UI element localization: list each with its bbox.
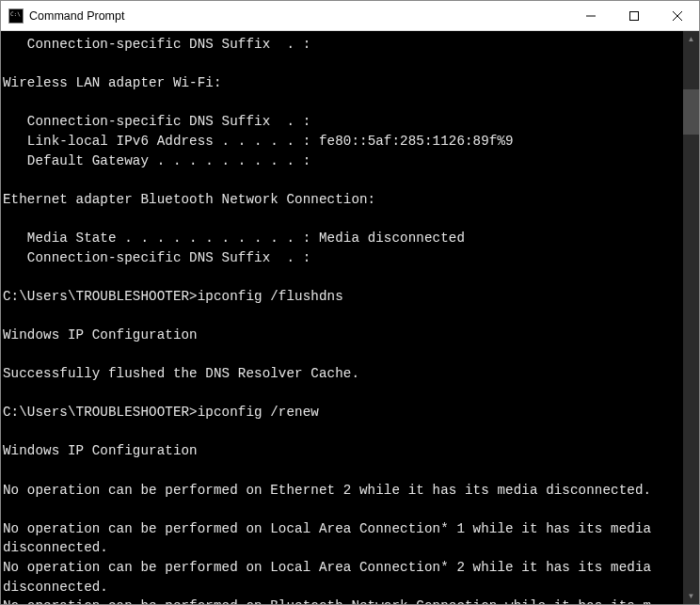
scrollbar-thumb[interactable]: [683, 89, 699, 135]
terminal-line: No operation can be performed on Local A…: [3, 519, 681, 558]
terminal-line: C:\Users\TROUBLESHOOTER>ipconfig /flushd…: [3, 287, 681, 307]
terminal-line: Windows IP Configuration: [3, 441, 681, 461]
terminal-line: [3, 500, 681, 519]
close-button[interactable]: [656, 1, 699, 30]
terminal-line: Ethernet adapter Bluetooth Network Conne…: [3, 190, 681, 210]
terminal-line: No operation can be performed on Bluetoo…: [3, 597, 681, 604]
scroll-down-arrow-icon[interactable]: ▼: [683, 588, 699, 604]
terminal-line: Wireless LAN adapter Wi-Fi:: [3, 73, 681, 93]
terminal-line: Connection-specific DNS Suffix . :: [3, 248, 681, 268]
terminal-line: Windows IP Configuration: [3, 326, 681, 345]
titlebar: Command Prompt: [1, 1, 699, 31]
minimize-icon: [586, 11, 596, 21]
terminal-line: [3, 209, 681, 229]
terminal-line: No operation can be performed on Local A…: [3, 558, 681, 597]
terminal-line: Connection-specific DNS Suffix . :: [3, 35, 681, 55]
terminal-line: Link-local IPv6 Address . . . . . : fe80…: [3, 132, 681, 151]
terminal-line: [3, 422, 681, 442]
terminal-line: [3, 384, 681, 404]
terminal-line: Successfully flushed the DNS Resolver Ca…: [3, 364, 681, 384]
terminal-line: [3, 93, 681, 113]
scroll-up-arrow-icon[interactable]: ▲: [683, 31, 699, 47]
terminal-line: [3, 267, 681, 287]
minimize-button[interactable]: [569, 1, 612, 30]
svg-rect-1: [630, 11, 639, 20]
maximize-icon: [629, 11, 639, 21]
window-title: Command Prompt: [29, 9, 124, 23]
terminal-line: C:\Users\TROUBLESHOOTER>ipconfig /renew: [3, 403, 681, 422]
scrollbar[interactable]: ▲ ▼: [683, 31, 699, 604]
terminal-line: Connection-specific DNS Suffix . :: [3, 112, 681, 132]
terminal-line: [3, 306, 681, 326]
maximize-button[interactable]: [612, 1, 656, 30]
terminal-line: Media State . . . . . . . . . . . : Medi…: [3, 229, 681, 248]
terminal-line: [3, 170, 681, 190]
terminal-output[interactable]: Connection-specific DNS Suffix . : Wirel…: [1, 31, 683, 604]
terminal-line: [3, 461, 681, 481]
close-icon: [673, 11, 682, 21]
cmd-icon: [8, 8, 24, 24]
terminal-line: [3, 55, 681, 74]
terminal-line: No operation can be performed on Etherne…: [3, 481, 681, 501]
terminal-wrapper: Connection-specific DNS Suffix . : Wirel…: [1, 31, 699, 604]
terminal-line: Default Gateway . . . . . . . . . :: [3, 151, 681, 171]
terminal-line: [3, 345, 681, 365]
